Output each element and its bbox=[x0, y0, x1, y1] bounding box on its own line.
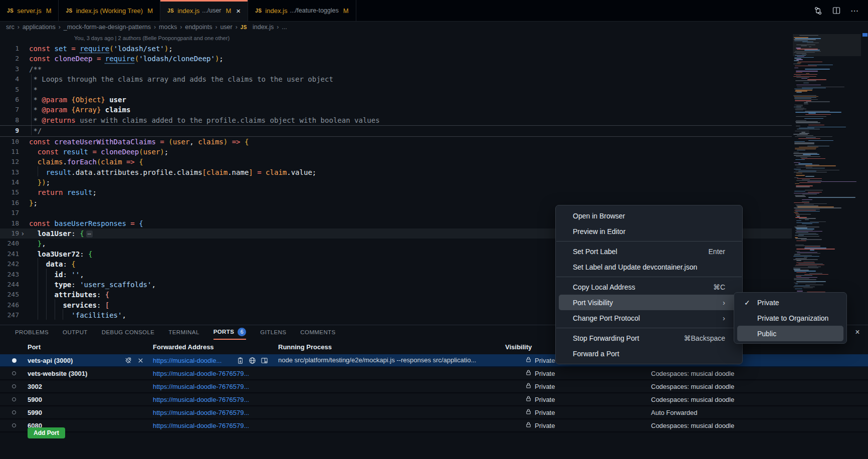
line-number: 7 bbox=[0, 105, 19, 115]
minimap-line bbox=[794, 39, 816, 40]
tab-close-icon[interactable]: × bbox=[236, 7, 241, 15]
code-line[interactable]: 1const set = require('lodash/set'); bbox=[0, 44, 792, 54]
code-line[interactable]: 9 */ bbox=[0, 125, 792, 136]
forwarded-address-link[interactable]: https://musical-doodle-7676579... bbox=[153, 370, 249, 377]
submenu-item-private[interactable]: ✓Private bbox=[737, 295, 843, 310]
panel-tab-debug-console[interactable]: DEBUG CONSOLE bbox=[102, 325, 155, 339]
split-editor-icon[interactable] bbox=[832, 7, 840, 15]
code-line[interactable]: 6 * @param {Object} user bbox=[0, 95, 792, 105]
breadcrumb-item[interactable]: applications bbox=[23, 24, 56, 31]
port-row-5900[interactable]: 5900https://musical-doodle-7676579...Pri… bbox=[0, 393, 868, 406]
line-number: 6 bbox=[0, 95, 19, 105]
breadcrumb-item[interactable]: src bbox=[6, 24, 15, 31]
breadcrumb-separator-icon: › bbox=[235, 24, 239, 31]
fold-chevron-icon[interactable]: › bbox=[21, 228, 25, 239]
menu-item-stop-forwarding-port[interactable]: Stop Forwarding Port⌘Backspace bbox=[559, 330, 739, 346]
minimap-line bbox=[807, 127, 845, 127]
minimap-line bbox=[798, 236, 819, 237]
code-line[interactable]: 13 result.data.attributes.profile.claims… bbox=[0, 167, 792, 177]
code-line[interactable]: 8 * @returns user with claims added to t… bbox=[0, 115, 792, 125]
forwarded-address-link[interactable]: https://musical-doodle-7676579... bbox=[153, 409, 249, 416]
port-row-5990[interactable]: 5990https://musical-doodle-7676579...Pri… bbox=[0, 406, 868, 419]
forwarded-address-link[interactable]: https://musical-doodle-7676579... bbox=[153, 396, 249, 403]
open-browser-icon[interactable] bbox=[249, 357, 256, 364]
tab-index-js[interactable]: JSindex.js.../userM× bbox=[160, 0, 248, 21]
tab-index-js-working-tree-[interactable]: JSindex.js (Working Tree)M bbox=[59, 0, 160, 21]
minimap-line bbox=[796, 106, 803, 106]
code-line[interactable]: 11 const result = cloneDeep(user); bbox=[0, 147, 792, 157]
code-line[interactable]: 15 return result; bbox=[0, 187, 792, 197]
menu-separator bbox=[556, 328, 742, 328]
code-line[interactable]: 10const createUserWithDataClaims = (user… bbox=[0, 137, 792, 147]
code-text: claims.forEach(claim => { bbox=[29, 157, 143, 167]
submenu-item-private-to-organization[interactable]: Private to Organization bbox=[737, 310, 843, 326]
menu-item-open-in-browser[interactable]: Open in Browser bbox=[559, 208, 739, 223]
code-line[interactable]: 2const cloneDeep = require('lodash/clone… bbox=[0, 54, 792, 64]
code-line[interactable]: 7 * @param {Array} claims bbox=[0, 105, 792, 115]
forwarded-address-link[interactable]: https://musical-doodle... bbox=[153, 357, 222, 364]
vscode-window: JSserver.jsMJSindex.js (Working Tree)MJS… bbox=[0, 0, 868, 459]
forwarded-address-link[interactable]: https://musical-doodle-7676579... bbox=[153, 422, 249, 429]
minimap-line bbox=[802, 201, 810, 202]
port-context-menu: Open in BrowserPreview in EditorSet Port… bbox=[555, 205, 743, 364]
panel-tab-gitlens[interactable]: GITLENS bbox=[260, 325, 286, 339]
submenu-item-public[interactable]: Public bbox=[737, 326, 843, 341]
lock-icon bbox=[525, 356, 532, 364]
minimap-line bbox=[796, 72, 802, 73]
minimap-line bbox=[796, 272, 806, 273]
code-line[interactable]: 14 }); bbox=[0, 177, 792, 187]
code-line[interactable]: 12 claims.forEach(claim => { bbox=[0, 157, 792, 167]
more-actions-icon[interactable]: ⋯ bbox=[850, 6, 859, 16]
menu-item-port-visibility[interactable]: Port Visibility› bbox=[559, 295, 739, 310]
breadcrumb-item[interactable]: index.js bbox=[253, 24, 274, 31]
menu-item-set-label-and-update-devcontainer-json[interactable]: Set Label and Update devcontainer.json bbox=[559, 259, 739, 275]
breadcrumb-item[interactable]: ... bbox=[282, 24, 287, 31]
add-port-button[interactable]: Add Port bbox=[28, 427, 65, 438]
code-line[interactable]: 4 * Loops through the claims array and a… bbox=[0, 74, 792, 84]
breadcrumb-item[interactable]: mocks bbox=[159, 24, 177, 31]
breadcrumb-item[interactable]: endpoints bbox=[185, 24, 212, 31]
minimap-line bbox=[808, 140, 833, 141]
code-line[interactable]: 5 * bbox=[0, 85, 792, 95]
panel-tab-output[interactable]: OUTPUT bbox=[63, 325, 88, 339]
panel-close-icon[interactable]: × bbox=[852, 327, 863, 338]
forwarded-address-link[interactable]: https://musical-doodle-7676579... bbox=[153, 383, 249, 390]
preview-editor-icon[interactable] bbox=[261, 357, 268, 364]
port-row-6080[interactable]: 6080https://musical-doodle-7676579...Pri… bbox=[0, 419, 868, 432]
panel-tab-problems[interactable]: PROBLEMS bbox=[15, 325, 49, 339]
tab-index-js[interactable]: JSindex.js.../feature-togglesM bbox=[248, 0, 356, 21]
port-row-vets-website-3001-[interactable]: vets-website (3001)https://musical-doodl… bbox=[0, 367, 868, 380]
code-text: const result = cloneDeep(user); bbox=[29, 147, 168, 157]
breadcrumb-item[interactable]: _mock-form-ae-design-patterns bbox=[64, 24, 151, 31]
port-row-3002[interactable]: 3002https://musical-doodle-7676579...Pri… bbox=[0, 380, 868, 393]
panel-tab-comments[interactable]: COMMENTS bbox=[300, 325, 335, 339]
menu-item-forward-a-port[interactable]: Forward a Port bbox=[559, 346, 739, 361]
breadcrumb-separator-icon: › bbox=[214, 24, 218, 31]
code-text: 'facilities', bbox=[29, 310, 126, 320]
tab-server-js[interactable]: JSserver.jsM bbox=[0, 0, 59, 21]
minimap-line bbox=[802, 199, 813, 200]
breadcrumb[interactable]: src›applications›_mock-form-ae-design-pa… bbox=[6, 21, 287, 33]
code-line[interactable]: 3/** bbox=[0, 64, 792, 74]
minimap[interactable] bbox=[793, 33, 861, 301]
compare-changes-icon[interactable] bbox=[814, 7, 822, 15]
minimap-line bbox=[796, 275, 812, 276]
line-number: 15 bbox=[0, 187, 19, 197]
panel-tab-terminal[interactable]: TERMINAL bbox=[168, 325, 199, 339]
menu-item-label: Copy Local Address bbox=[573, 283, 635, 291]
copy-address-icon[interactable] bbox=[237, 357, 244, 364]
minimap-line bbox=[795, 233, 816, 234]
forwarded-address-cell: https://musical-doodle-7676579... bbox=[153, 419, 249, 431]
panel-tab-ports[interactable]: PORTS6 bbox=[213, 325, 247, 340]
minimap-line bbox=[807, 43, 819, 43]
breadcrumb-item[interactable]: user bbox=[220, 24, 232, 31]
menu-item-preview-in-editor[interactable]: Preview in Editor bbox=[559, 223, 739, 239]
minimap-line bbox=[795, 196, 806, 196]
minimap-line bbox=[795, 136, 832, 137]
close-icon[interactable] bbox=[137, 357, 144, 364]
minimap-line bbox=[806, 168, 824, 168]
tag-slash-icon[interactable] bbox=[124, 357, 132, 364]
menu-item-set-port-label[interactable]: Set Port LabelEnter bbox=[559, 244, 739, 259]
menu-item-change-port-protocol[interactable]: Change Port Protocol› bbox=[559, 310, 739, 326]
menu-item-copy-local-address[interactable]: Copy Local Address⌘C bbox=[559, 279, 739, 295]
